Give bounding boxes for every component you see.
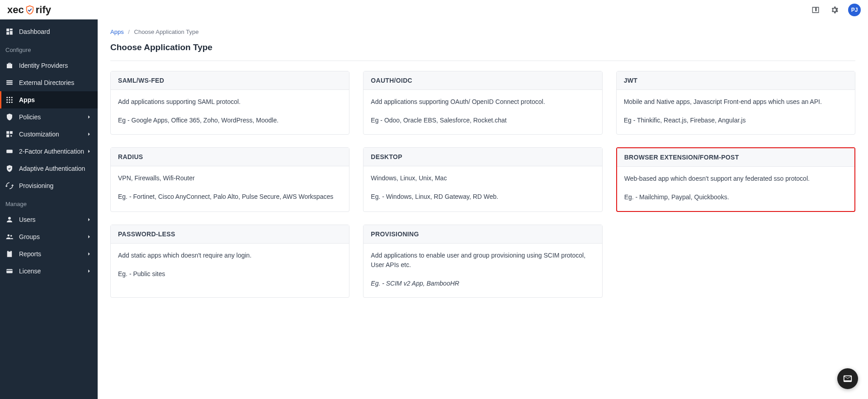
card-desktop[interactable]: DESKTOP Windows, Linux, Unix, Mac Eg. - … — [363, 147, 602, 212]
card-title: PASSWORD-LESS — [111, 225, 349, 244]
nav-label: Users — [19, 216, 36, 223]
sidebar: Dashboard Configure Identity Providers E… — [0, 19, 98, 399]
svg-point-8 — [11, 102, 13, 103]
breadcrumb-separator: / — [128, 28, 130, 35]
svg-rect-13 — [6, 269, 13, 273]
sidebar-item-dashboard[interactable]: Dashboard — [0, 23, 98, 40]
card-radius[interactable]: RADIUS VPN, Firewalls, Wifi-Router Eg. -… — [110, 147, 349, 212]
sidebar-item-provisioning[interactable]: Provisioning — [0, 177, 98, 194]
card-desc: VPN, Firewalls, Wifi-Router — [118, 174, 342, 183]
svg-point-10 — [8, 217, 11, 220]
svg-rect-9 — [6, 150, 13, 153]
user-avatar[interactable]: PJ — [848, 4, 861, 16]
nav-label: Policies — [19, 113, 41, 121]
card-title: RADIUS — [111, 148, 349, 166]
card-example: Eg - Google Apps, Office 365, Zoho, Word… — [118, 116, 342, 125]
nav-label: Apps — [19, 96, 35, 103]
clipboard-icon — [5, 250, 14, 258]
nav-label: Reports — [19, 250, 41, 258]
sidebar-item-license[interactable]: License — [0, 263, 98, 280]
card-browser-extension[interactable]: BROWSER EXTENSION/FORM-POST Web-based ap… — [616, 147, 855, 212]
nav-label: Dashboard — [19, 28, 50, 35]
brand-right: rify — [36, 4, 51, 16]
nav-label: 2-Factor Authentication — [19, 148, 84, 155]
sidebar-item-customization[interactable]: Customization — [0, 126, 98, 143]
sidebar-item-users[interactable]: Users — [0, 211, 98, 228]
nav-label: Identity Providers — [19, 62, 68, 69]
dashboard-icon — [5, 28, 14, 36]
nav-label: External Directories — [19, 79, 74, 86]
card-provisioning[interactable]: PROVISIONING Add applications to enable … — [363, 225, 602, 298]
main-content: Apps / Choose Application Type Choose Ap… — [98, 19, 868, 399]
card-title: PROVISIONING — [363, 225, 602, 244]
chevron-right-icon — [86, 148, 92, 155]
card-jwt[interactable]: JWT Mobile and Native apps, Javascript F… — [616, 71, 855, 135]
customize-icon — [5, 130, 14, 138]
avatar-initials: PJ — [851, 7, 858, 13]
sidebar-item-policies[interactable]: Policies — [0, 108, 98, 126]
briefcase-icon — [5, 61, 14, 70]
card-title: OAUTH/OIDC — [363, 71, 602, 90]
topbar: xec rify PJ — [0, 0, 868, 19]
sidebar-item-adaptive-auth[interactable]: Adaptive Authentication — [0, 160, 98, 177]
card-saml[interactable]: SAML/WS-FED Add applications supporting … — [110, 71, 349, 135]
svg-point-4 — [9, 99, 10, 101]
card-example: Eg. - Windows, Linux, RD Gateway, RD Web… — [371, 192, 594, 202]
card-desc: Windows, Linux, Unix, Mac — [371, 174, 594, 183]
card-example: Eg. - Fortinet, Cisco AnyConnect, Palo A… — [118, 192, 342, 202]
card-title: BROWSER EXTENSION/FORM-POST — [617, 148, 854, 167]
card-example: Eg. - SCIM v2 App, BambooHR — [371, 279, 594, 288]
chevron-right-icon — [86, 114, 92, 120]
sidebar-item-2fa[interactable]: 2-Factor Authentication — [0, 143, 98, 160]
card-desc: Web-based app which doesn't support any … — [624, 174, 847, 183]
brand-logo[interactable]: xec rify — [7, 4, 51, 16]
mail-icon — [843, 374, 853, 384]
svg-rect-14 — [6, 270, 13, 271]
card-desc: Add static apps which doesn't require an… — [118, 251, 342, 260]
chat-fab[interactable] — [837, 368, 858, 389]
page-title: Choose Application Type — [110, 42, 855, 52]
chevron-right-icon — [86, 251, 92, 257]
sync-icon — [5, 182, 14, 190]
svg-point-0 — [6, 97, 8, 98]
breadcrumb-link-apps[interactable]: Apps — [110, 28, 124, 35]
svg-point-2 — [11, 97, 13, 98]
svg-point-5 — [11, 99, 13, 101]
chevron-right-icon — [86, 268, 92, 274]
sidebar-item-apps[interactable]: Apps — [0, 91, 98, 108]
svg-point-1 — [9, 97, 10, 98]
sidebar-section-configure: Configure — [0, 40, 98, 57]
card-example: Eg - Thinkific, React.js, Firebase, Angu… — [624, 116, 848, 125]
card-oauth[interactable]: OAUTH/OIDC Add applications supporting O… — [363, 71, 602, 135]
chevron-right-icon — [86, 131, 92, 137]
card-desc: Mobile and Native apps, Javascript Front… — [624, 97, 848, 107]
card-example: Eg - Odoo, Oracle EBS, Salesforce, Rocke… — [371, 116, 594, 125]
svg-point-12 — [10, 235, 12, 237]
sidebar-item-identity-providers[interactable]: Identity Providers — [0, 57, 98, 74]
breadcrumb: Apps / Choose Application Type — [110, 28, 855, 35]
nav-label: Provisioning — [19, 182, 53, 189]
card-desc: Add applications supporting OAuth/ OpenI… — [371, 97, 594, 107]
nav-label: Customization — [19, 131, 59, 138]
breadcrumb-current: Choose Application Type — [134, 28, 199, 35]
card-title: JWT — [617, 71, 855, 90]
svg-point-3 — [6, 99, 8, 101]
list-icon — [5, 79, 14, 87]
card-icon — [5, 267, 14, 275]
app-type-grid: SAML/WS-FED Add applications supporting … — [110, 71, 855, 298]
card-example: Eg. - Mailchimp, Paypal, Quickbooks. — [624, 192, 847, 202]
sidebar-item-reports[interactable]: Reports — [0, 245, 98, 263]
card-passwordless[interactable]: PASSWORD-LESS Add static apps which does… — [110, 225, 349, 298]
docs-icon[interactable] — [810, 5, 821, 15]
nav-label: Groups — [19, 233, 40, 240]
card-desc: Add applications to enable user and grou… — [371, 251, 594, 270]
sidebar-item-groups[interactable]: Groups — [0, 228, 98, 245]
gear-icon[interactable] — [829, 5, 840, 15]
apps-grid-icon — [5, 96, 14, 104]
chevron-right-icon — [86, 216, 92, 223]
user-icon — [5, 216, 14, 224]
svg-point-7 — [9, 102, 10, 103]
svg-point-6 — [6, 102, 8, 103]
sidebar-item-external-directories[interactable]: External Directories — [0, 74, 98, 91]
shield-check-icon — [25, 5, 35, 15]
